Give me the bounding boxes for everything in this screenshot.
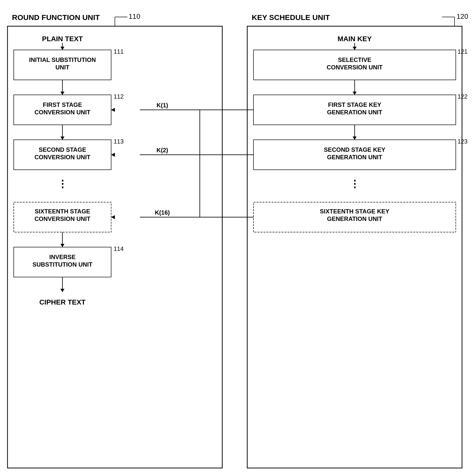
second-stage-key-label2: GENERATION UNIT xyxy=(327,154,382,160)
svg-marker-32 xyxy=(111,215,115,219)
second-stage-box xyxy=(14,140,111,170)
second-stage-label1: SECOND STAGE xyxy=(39,146,86,153)
ref-114: 114 xyxy=(114,245,124,252)
selective-conversion-box xyxy=(253,50,456,80)
svg-marker-11 xyxy=(60,92,64,95)
sixteenth-stage-label2: CONVERSION UNIT xyxy=(34,215,90,222)
first-stage-key-label2: GENERATION UNIT xyxy=(327,109,382,116)
inverse-sub-box xyxy=(14,247,111,277)
svg-marker-29 xyxy=(111,153,115,157)
ref-122: 122 xyxy=(458,93,468,100)
k16-label: K(16) xyxy=(155,209,170,216)
svg-marker-9 xyxy=(60,47,64,50)
svg-rect-0 xyxy=(7,26,222,468)
ref-112: 112 xyxy=(114,93,124,100)
selective-conversion-label2: CONVERSION UNIT xyxy=(327,64,383,71)
ref-113: 113 xyxy=(114,138,124,145)
sixteenth-stage-key-label1: SIXTEENTH STAGE KEY xyxy=(320,208,389,215)
initial-substitution-label1: INITIAL SUBSTITUTION xyxy=(29,56,96,63)
inverse-sub-label2: SUBSTITUTION UNIT xyxy=(32,261,92,268)
ref-121: 121 xyxy=(458,48,468,55)
second-stage-label2: CONVERSION UNIT xyxy=(34,154,90,160)
second-stage-key-box xyxy=(253,140,456,170)
svg-marker-15 xyxy=(60,244,64,247)
svg-marker-26 xyxy=(111,108,115,112)
svg-rect-1 xyxy=(247,26,462,468)
first-stage-key-box xyxy=(253,95,456,125)
svg-text:120: 120 xyxy=(457,12,468,20)
sixteenth-stage-label1: SIXTEENTH STAGE xyxy=(35,208,90,215)
inverse-sub-label1: INVERSE xyxy=(49,254,75,260)
first-stage-key-label1: FIRST STAGE KEY xyxy=(328,101,381,108)
second-stage-key-label1: SECOND STAGE KEY xyxy=(324,146,385,153)
sixteenth-stage-box xyxy=(14,202,111,232)
svg-marker-13 xyxy=(60,137,64,140)
svg-marker-23 xyxy=(353,137,357,140)
k2-label: K(2) xyxy=(157,147,168,154)
svg-marker-17 xyxy=(60,289,64,292)
k1-label: K(1) xyxy=(157,102,168,109)
left-dots: ⋮ xyxy=(57,178,67,189)
first-stage-box xyxy=(14,95,111,125)
sixteenth-stage-key-label2: GENERATION UNIT xyxy=(327,215,382,222)
plain-text-label: PLAIN TEXT xyxy=(42,35,83,43)
initial-substitution-box xyxy=(14,50,111,80)
sixteenth-stage-key-box xyxy=(253,202,456,232)
ref-123: 123 xyxy=(458,138,468,145)
first-stage-label1: FIRST STAGE xyxy=(43,101,82,108)
cipher-text-label: CIPHER TEXT xyxy=(39,298,85,306)
svg-marker-19 xyxy=(353,47,357,50)
first-stage-label2: CONVERSION UNIT xyxy=(34,109,90,116)
main-key-label: MAIN KEY xyxy=(338,35,372,43)
right-dots: ⋮ xyxy=(350,178,360,189)
ref-111: 111 xyxy=(114,48,124,55)
svg-text:110: 110 xyxy=(129,12,140,20)
initial-substitution-label2: UNIT xyxy=(55,64,69,71)
left-panel-title: ROUND FUNCTION UNIT xyxy=(12,13,100,21)
right-panel-title: KEY SCHEDULE UNIT xyxy=(252,13,330,21)
svg-marker-21 xyxy=(353,92,357,95)
selective-conversion-label1: SELECTIVE xyxy=(338,56,371,63)
